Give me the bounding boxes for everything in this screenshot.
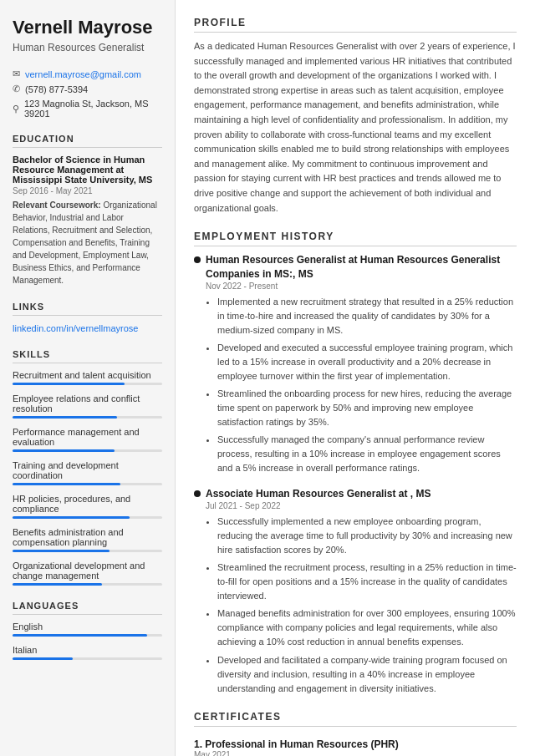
profile-text: As a dedicated Human Resources Generalis… bbox=[194, 39, 517, 216]
language-bar-bg bbox=[13, 657, 162, 660]
job-bullets: Successfully implemented a new employee … bbox=[206, 515, 517, 696]
location-icon: ⚲ bbox=[13, 104, 19, 114]
resume-container: Vernell Mayrose Human Resources Generali… bbox=[0, 0, 535, 756]
sidebar: Vernell Mayrose Human Resources Generali… bbox=[0, 0, 176, 756]
skill-bar-fill bbox=[13, 516, 130, 519]
certificates-list: 1. Professional in Human Resources (PHR)… bbox=[194, 738, 517, 756]
job-bullet: Successfully implemented a new employee … bbox=[217, 515, 517, 557]
skill-bar-bg bbox=[13, 583, 162, 586]
skill-bar-fill bbox=[13, 383, 125, 385]
contact-phone: ✆ (578) 877-5394 bbox=[13, 84, 162, 94]
job-date: Jul 2021 - Sep 2022 bbox=[206, 501, 517, 510]
skill-label: Organizational development and change ma… bbox=[13, 561, 162, 581]
skill-bar-bg bbox=[13, 416, 162, 419]
skills-heading: SKILLS bbox=[13, 349, 162, 363]
languages-list: English Italian bbox=[13, 622, 162, 660]
coursework-label: Relevant Coursework: bbox=[13, 200, 101, 210]
job-bullet: Implemented a new recruitment strategy t… bbox=[217, 295, 517, 337]
skills-list: Recruitment and talent acquisition Emplo… bbox=[13, 370, 162, 586]
cert-title: 1. Professional in Human Resources (PHR) bbox=[194, 738, 517, 750]
job-dot bbox=[194, 490, 201, 497]
skill-bar-bg bbox=[13, 449, 162, 452]
certificates-heading: CERTIFICATES bbox=[194, 711, 517, 727]
employment-list: Human Resources Generalist at Human Reso… bbox=[194, 253, 517, 696]
job-date: Nov 2022 - Present bbox=[206, 282, 517, 291]
main-content: PROFILE As a dedicated Human Resources G… bbox=[176, 0, 535, 756]
skill-bar-bg bbox=[13, 550, 162, 552]
skill-bar-fill bbox=[13, 483, 120, 485]
job-bullet: Successfully managed the company's annua… bbox=[217, 433, 517, 475]
candidate-title: Human Resources Generalist bbox=[13, 42, 162, 53]
candidate-name: Vernell Mayrose bbox=[13, 17, 162, 38]
skill-bar-bg bbox=[13, 483, 162, 485]
cert-item: 1. Professional in Human Resources (PHR)… bbox=[194, 738, 517, 756]
email-link[interactable]: vernell.mayrose@gmail.com bbox=[25, 69, 141, 79]
skill-label: Performance management and evaluation bbox=[13, 427, 162, 447]
skill-label: Benefits administration and compensation… bbox=[13, 527, 162, 547]
skill-item: Organizational development and change ma… bbox=[13, 561, 162, 586]
employment-heading: EMPLOYMENT HISTORY bbox=[194, 231, 517, 246]
skill-label: Recruitment and talent acquisition bbox=[13, 370, 162, 380]
skill-bar-fill bbox=[13, 550, 110, 552]
skill-item: Training and development coordination bbox=[13, 460, 162, 485]
skill-item: Benefits administration and compensation… bbox=[13, 527, 162, 552]
job-bullet: Streamlined the onboarding process for n… bbox=[217, 387, 517, 429]
job-dot bbox=[194, 256, 201, 263]
language-label: English bbox=[13, 622, 162, 632]
language-bar-bg bbox=[13, 634, 162, 637]
language-item: English bbox=[13, 622, 162, 637]
skill-bar-bg bbox=[13, 516, 162, 519]
skill-bar-fill bbox=[13, 416, 117, 419]
contact-address: ⚲ 123 Magnolia St, Jackson, MS 39201 bbox=[13, 99, 162, 119]
skill-item: Performance management and evaluation bbox=[13, 427, 162, 452]
skill-label: Employee relations and conflict resoluti… bbox=[13, 393, 162, 414]
job-bullet: Managed benefits administration for over… bbox=[217, 606, 517, 649]
job-entry: Human Resources Generalist at Human Reso… bbox=[194, 253, 517, 475]
linkedin-link-wrapper: linkedin.com/in/vernellmayrose bbox=[13, 322, 162, 334]
language-bar-fill bbox=[13, 657, 73, 660]
skill-item: Employee relations and conflict resoluti… bbox=[13, 393, 162, 419]
skill-item: HR policies, procedures, and compliance bbox=[13, 494, 162, 519]
address-text: 123 Magnolia St, Jackson, MS 39201 bbox=[24, 99, 162, 119]
education-dates: Sep 2016 - May 2021 bbox=[13, 186, 162, 195]
language-bar-fill bbox=[13, 634, 147, 637]
education-degree: Bachelor of Science in Human Resource Ma… bbox=[13, 155, 162, 185]
job-title: Human Resources Generalist at Human Reso… bbox=[206, 253, 517, 282]
coursework-text: Organizational Behavior, Industrial and … bbox=[13, 200, 157, 285]
job-bullet: Developed and facilitated a company-wide… bbox=[217, 653, 517, 696]
contact-email: ✉ vernell.mayrose@gmail.com bbox=[13, 68, 162, 79]
job-entry: Associate Human Resources Generalist at … bbox=[194, 487, 517, 695]
skill-item: Recruitment and talent acquisition bbox=[13, 370, 162, 385]
profile-heading: PROFILE bbox=[194, 17, 517, 33]
language-item: Italian bbox=[13, 645, 162, 660]
linkedin-link[interactable]: linkedin.com/in/vernellmayrose bbox=[13, 323, 138, 333]
job-bullets: Implemented a new recruitment strategy t… bbox=[206, 295, 517, 476]
skill-label: Training and development coordination bbox=[13, 460, 162, 480]
skill-label: HR policies, procedures, and compliance bbox=[13, 494, 162, 514]
phone-text: (578) 877-5394 bbox=[25, 84, 88, 94]
job-bullet: Streamlined the recruitment process, res… bbox=[217, 561, 517, 603]
job-bullet: Developed and executed a successful empl… bbox=[217, 341, 517, 383]
skill-bar-bg bbox=[13, 383, 162, 385]
job-title: Associate Human Resources Generalist at … bbox=[206, 487, 517, 501]
links-heading: LINKS bbox=[13, 302, 162, 316]
education-coursework: Relevant Coursework: Organizational Beha… bbox=[13, 199, 162, 287]
cert-date: May 2021 bbox=[194, 750, 517, 756]
phone-icon: ✆ bbox=[13, 84, 20, 94]
education-heading: EDUCATION bbox=[13, 134, 162, 148]
email-icon: ✉ bbox=[13, 68, 20, 79]
skill-bar-fill bbox=[13, 583, 102, 586]
language-label: Italian bbox=[13, 645, 162, 655]
skill-bar-fill bbox=[13, 449, 115, 452]
languages-heading: LANGUAGES bbox=[13, 601, 162, 615]
